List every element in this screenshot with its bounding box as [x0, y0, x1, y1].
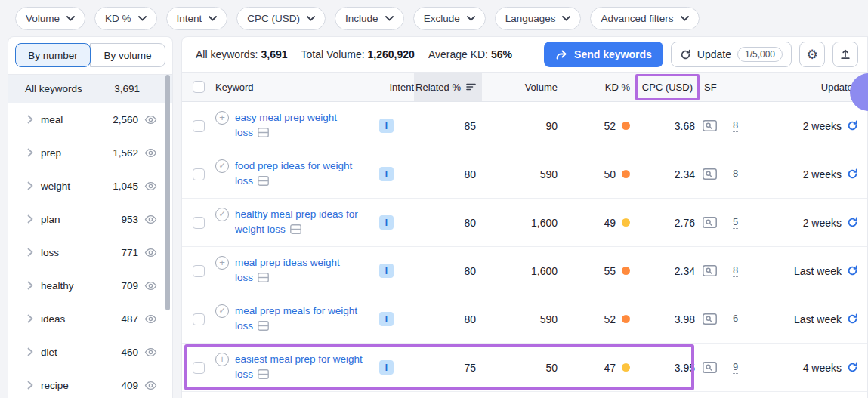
serp-features-icon[interactable]: [258, 369, 269, 384]
sf-count-link[interactable]: 9: [733, 361, 738, 374]
group-row[interactable]: loss 771: [8, 236, 172, 269]
tab-by-number[interactable]: By number: [15, 43, 91, 67]
group-row[interactable]: meal 2,560: [8, 103, 172, 136]
eye-icon[interactable]: [144, 148, 157, 158]
refresh-metrics-icon[interactable]: [847, 313, 858, 325]
refresh-metrics-icon[interactable]: [847, 120, 858, 131]
column-header-cpc[interactable]: CPC (USD): [630, 73, 695, 101]
row-checkbox[interactable]: [193, 313, 205, 325]
sf-count-link[interactable]: 6: [733, 313, 738, 325]
column-header-intent[interactable]: Intent: [379, 73, 414, 101]
all-keywords-row[interactable]: All keywords 3,691: [8, 75, 172, 103]
sf-count-link[interactable]: 8: [733, 264, 738, 277]
table-row[interactable]: meal prep ideas weightloss I 80 1,600 55…: [182, 247, 867, 295]
keyword-link[interactable]: easy meal prep weightloss: [235, 110, 369, 138]
column-header-kd[interactable]: KD %: [558, 73, 630, 101]
serp-features-icon[interactable]: [290, 224, 301, 239]
add-keyword-icon[interactable]: [215, 159, 229, 173]
chevron-right-icon[interactable]: [27, 181, 33, 190]
filter-dropdown[interactable]: Include: [335, 7, 404, 30]
filter-dropdown[interactable]: Languages: [495, 7, 582, 30]
serp-features-icon[interactable]: [258, 127, 269, 142]
tab-by-volume[interactable]: By volume: [90, 43, 165, 67]
group-row[interactable]: diet 460: [8, 335, 172, 369]
filter-dropdown[interactable]: Volume: [15, 7, 85, 30]
refresh-metrics-icon[interactable]: [847, 362, 858, 373]
add-keyword-icon[interactable]: [215, 353, 229, 366]
keyword-link[interactable]: food prep ideas for weightloss: [235, 159, 369, 187]
refresh-metrics-icon[interactable]: [847, 168, 858, 180]
column-header-volume[interactable]: Volume: [482, 73, 558, 101]
settings-button[interactable]: ⚙: [799, 42, 825, 67]
eye-icon[interactable]: [144, 381, 157, 390]
row-checkbox[interactable]: [193, 120, 205, 132]
chevron-right-icon[interactable]: [27, 214, 33, 224]
serp-features-icon[interactable]: [258, 175, 269, 190]
eye-icon[interactable]: [144, 248, 157, 258]
serp-features-icon[interactable]: [258, 320, 269, 335]
table-row[interactable]: meal prep meals for weightloss I 80 590 …: [182, 295, 867, 344]
group-row[interactable]: plan 953: [8, 202, 172, 236]
group-row[interactable]: prep 1,562: [8, 136, 172, 169]
group-row[interactable]: recipe 409: [8, 369, 172, 398]
serp-preview-icon[interactable]: [703, 313, 717, 325]
eye-icon[interactable]: [144, 181, 157, 191]
send-keywords-button[interactable]: Send keywords: [544, 42, 663, 67]
refresh-metrics-icon[interactable]: [847, 265, 858, 276]
sf-count-link[interactable]: 8: [733, 119, 738, 132]
sf-count-link[interactable]: 8: [733, 168, 738, 180]
filter-dropdown[interactable]: KD %: [94, 7, 157, 30]
chevron-right-icon[interactable]: [27, 248, 33, 257]
chevron-right-icon[interactable]: [27, 148, 33, 157]
serp-preview-icon[interactable]: [703, 217, 717, 228]
table-row[interactable]: easiest meal prep for weightloss I 75 50…: [182, 344, 867, 392]
chevron-right-icon[interactable]: [27, 281, 33, 290]
update-button[interactable]: Update 1/5,000: [671, 42, 792, 67]
add-keyword-icon[interactable]: [215, 256, 229, 270]
keyword-link[interactable]: healthy meal prep ideas forweight loss: [235, 207, 369, 235]
chevron-right-icon[interactable]: [27, 347, 33, 356]
serp-preview-icon[interactable]: [703, 265, 717, 276]
table-row[interactable]: food prep ideas for weightloss I 80 590 …: [182, 150, 867, 199]
refresh-metrics-icon[interactable]: [847, 217, 858, 228]
row-checkbox[interactable]: [193, 265, 205, 277]
row-checkbox[interactable]: [193, 362, 205, 374]
export-button[interactable]: [832, 42, 858, 67]
eye-icon[interactable]: [144, 314, 157, 324]
chevron-right-icon[interactable]: [27, 314, 33, 323]
keyword-link[interactable]: easiest meal prep for weightloss: [235, 352, 369, 380]
serp-features-icon[interactable]: [258, 272, 269, 287]
filter-dropdown[interactable]: CPC (USD): [236, 7, 326, 30]
chevron-right-icon[interactable]: [27, 381, 33, 390]
add-keyword-icon[interactable]: [215, 208, 229, 221]
serp-preview-icon[interactable]: [703, 168, 717, 180]
filter-dropdown[interactable]: Exclude: [413, 7, 486, 30]
sidebar-scrollbar-thumb[interactable]: [165, 75, 170, 310]
serp-preview-icon[interactable]: [703, 120, 717, 131]
eye-icon[interactable]: [144, 281, 157, 291]
eye-icon[interactable]: [144, 115, 157, 125]
table-row[interactable]: easy meal prep weightloss I 85 90 52 3.6…: [182, 102, 867, 150]
eye-icon[interactable]: [144, 347, 157, 357]
serp-preview-icon[interactable]: [703, 362, 717, 373]
row-checkbox[interactable]: [193, 217, 205, 229]
keyword-link[interactable]: meal prep meals for weightloss: [235, 304, 369, 332]
add-keyword-icon[interactable]: [215, 304, 229, 318]
eye-icon[interactable]: [144, 214, 157, 224]
table-row[interactable]: healthy meal prep ideas forweight loss I…: [182, 199, 867, 247]
column-header-sf[interactable]: SF: [695, 73, 761, 101]
updated-value: 2 weeks: [803, 217, 842, 229]
group-row[interactable]: weight 1,045: [8, 169, 172, 202]
filter-dropdown[interactable]: Intent: [166, 7, 228, 30]
column-header-related[interactable]: Related %: [414, 73, 482, 101]
filter-dropdown[interactable]: Advanced filters: [590, 7, 699, 30]
row-checkbox[interactable]: [193, 168, 205, 180]
sf-count-link[interactable]: 5: [733, 216, 738, 229]
group-row[interactable]: healthy 709: [8, 269, 172, 302]
add-keyword-icon[interactable]: [215, 111, 229, 125]
column-header-keyword[interactable]: Keyword: [215, 73, 379, 101]
keyword-link[interactable]: meal prep ideas weightloss: [235, 255, 369, 283]
group-row[interactable]: ideas 487: [8, 302, 172, 335]
select-all-checkbox[interactable]: [193, 81, 205, 93]
chevron-right-icon[interactable]: [27, 115, 33, 124]
